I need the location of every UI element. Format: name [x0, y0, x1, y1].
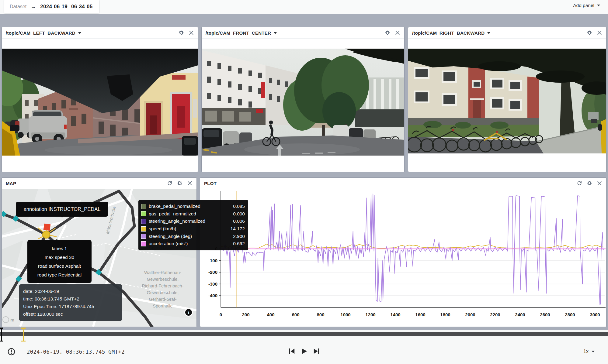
panel-header: /topic/CAM_RIGHT_BACKWARD [408, 27, 606, 39]
gear-icon[interactable] [385, 30, 390, 36]
legend-swatch [141, 226, 146, 232]
gear-icon[interactable] [177, 180, 182, 186]
timeline-playhead-cursor[interactable] [21, 328, 26, 342]
gear-icon[interactable] [587, 180, 592, 186]
legend-row[interactable]: steering_angle (deg) 2.900 [141, 232, 245, 240]
chevron-down-icon [597, 5, 600, 6]
topic-selector[interactable]: /topic/CAM_RIGHT_BACKWARD [412, 30, 490, 36]
svg-text:Sporthalle: Sporthalle [153, 304, 172, 308]
add-panel-label: Add panel [573, 3, 594, 8]
topic-label: /topic/CAM_RIGHT_BACKWARD [412, 30, 485, 36]
svg-text:1400: 1400 [390, 312, 400, 317]
chevron-down-icon [592, 351, 595, 352]
camera-image-right-backward [408, 49, 606, 153]
timeline-start-cursor[interactable] [0, 328, 3, 342]
legend-row[interactable]: brake_pedal_normalized 0.085 [141, 203, 245, 210]
breadcrumb-arrow-icon: → [31, 4, 36, 10]
camera-image-front-center [202, 49, 404, 156]
map-info-button[interactable]: i [184, 308, 193, 317]
current-timestamp: 2024-06-19, 08:36:13.745 GMT+2 [27, 349, 125, 355]
map-attribution: m [2, 316, 14, 323]
svg-text:2400: 2400 [515, 312, 525, 317]
breadcrumb-root[interactable]: Dataset [10, 4, 26, 9]
svg-text:Gerhard-Graf-: Gerhard-Graf- [149, 297, 176, 302]
skip-to-end-button[interactable] [313, 348, 320, 355]
close-icon[interactable] [189, 30, 194, 36]
play-button[interactable] [301, 348, 308, 355]
topic-label: /topic/CAM_LEFT_BACKWARD [6, 30, 75, 36]
svg-text:-100: -100 [208, 258, 217, 263]
refresh-icon[interactable] [577, 180, 582, 186]
svg-text:2800: 2800 [565, 312, 575, 317]
legend-swatch [141, 204, 146, 209]
skip-to-start-button[interactable] [288, 348, 295, 355]
panel-header: PLOT [200, 178, 606, 189]
panel-header: MAP [2, 178, 196, 189]
playback-speed-selector[interactable]: 1x [583, 349, 595, 354]
close-icon[interactable] [597, 180, 602, 186]
close-icon[interactable] [187, 180, 193, 186]
svg-text:Richard-Fehrenbach-: Richard-Fehrenbach- [142, 283, 183, 288]
app-window: Dataset → 2024-06-19--06-34-05 Add panel… [0, 0, 608, 364]
panel-plot: PLOT 0-100-200-300-400020040060080010001… [200, 178, 606, 327]
legend-row[interactable]: gas_pedal_normalized 0.000 [141, 210, 245, 218]
svg-text:1600: 1600 [415, 312, 425, 317]
plot-chart: 0-100-200-300-40002004006008001000120014… [200, 189, 606, 327]
svg-text:-200: -200 [208, 270, 217, 275]
add-panel-button[interactable]: Add panel [573, 3, 600, 8]
svg-text:400: 400 [267, 312, 274, 317]
svg-text:1800: 1800 [440, 312, 450, 317]
map-tooltip-time-info: date: 2024-06-19 time: 08:36:13.745 GMT+… [19, 284, 122, 321]
chevron-down-icon [487, 32, 490, 34]
map-tooltip-annotation: annotation INSTRUCTOR_PEDAL [16, 202, 108, 217]
playback-speed-label: 1x [583, 349, 589, 354]
legend-swatch [141, 234, 146, 239]
legend-swatch [141, 241, 146, 246]
panel-cam-right-backward: /topic/CAM_RIGHT_BACKWARD [408, 27, 606, 172]
panel-header: /topic/CAM_FRONT_CENTER [202, 27, 404, 39]
legend-swatch [141, 219, 146, 224]
chevron-down-icon [78, 32, 81, 34]
panel-cam-left-backward: /topic/CAM_LEFT_BACKWARD [2, 27, 198, 172]
svg-text:2200: 2200 [490, 312, 500, 317]
svg-text:3000: 3000 [590, 312, 600, 317]
svg-text:Gewerbeschule,: Gewerbeschule, [147, 290, 179, 295]
alert-icon[interactable] [8, 348, 15, 355]
close-icon[interactable] [395, 30, 400, 36]
svg-text:800: 800 [317, 312, 324, 317]
svg-text:200: 200 [242, 312, 249, 317]
map-panel-title: MAP [6, 181, 16, 186]
svg-text:1000: 1000 [340, 312, 350, 317]
timeline-track[interactable] [0, 332, 608, 336]
legend-row[interactable]: speed (km/h) 14.172 [141, 225, 245, 233]
topic-selector[interactable]: /topic/CAM_LEFT_BACKWARD [6, 30, 81, 36]
top-bar: Dataset → 2024-06-19--06-34-05 Add panel [0, 0, 608, 14]
gear-icon[interactable] [179, 30, 184, 36]
close-icon[interactable] [597, 30, 602, 36]
legend-swatch [141, 211, 146, 216]
info-icon: i [185, 309, 192, 316]
topic-selector[interactable]: /topic/CAM_FRONT_CENTER [206, 30, 277, 36]
camera-image-left-backward [2, 49, 198, 156]
plot-panel-title: PLOT [204, 181, 217, 186]
svg-text:600: 600 [292, 312, 299, 317]
panel-cam-front-center: /topic/CAM_FRONT_CENTER [202, 27, 404, 172]
svg-text:Walther-Rathenau-: Walther-Rathenau- [144, 270, 181, 275]
refresh-icon[interactable] [167, 180, 172, 186]
transport-controls [288, 348, 320, 355]
legend-row[interactable]: steering_angle_normalized 0.006 [141, 218, 245, 225]
legend-row[interactable]: acceleration (m/s²) 0.692 [141, 240, 245, 248]
svg-text:1200: 1200 [365, 312, 375, 317]
topic-label: /topic/CAM_FRONT_CENTER [206, 30, 271, 36]
panel-header: /topic/CAM_LEFT_BACKWARD [2, 27, 198, 39]
svg-text:-400: -400 [208, 293, 217, 298]
map-tooltip-road-info: lanes 1 max speed 30 road surface Asphal… [27, 240, 92, 283]
svg-text:2000: 2000 [465, 312, 475, 317]
svg-text:2600: 2600 [540, 312, 550, 317]
breadcrumb[interactable]: Dataset → 2024-06-19--06-34-05 [4, 0, 99, 13]
plot-legend[interactable]: brake_pedal_normalized 0.085 gas_pedal_n… [138, 200, 248, 250]
gear-icon[interactable] [587, 30, 592, 36]
svg-text:-300: -300 [208, 281, 217, 287]
plot-canvas[interactable]: 0-100-200-300-40002004006008001000120014… [200, 189, 606, 327]
chevron-down-icon [274, 32, 277, 34]
